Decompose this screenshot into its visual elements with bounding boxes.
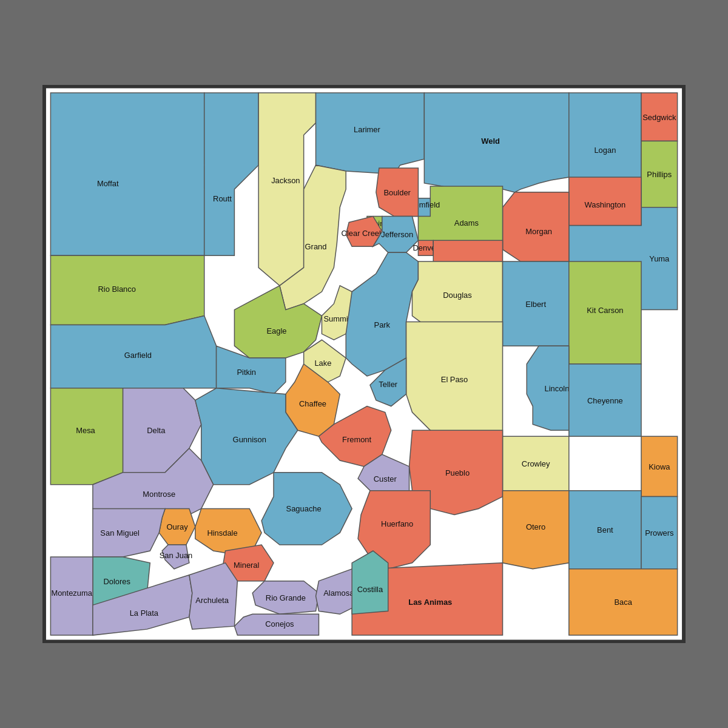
weld-county — [424, 93, 568, 192]
denver-county — [418, 240, 433, 255]
douglas-county — [412, 261, 502, 328]
boulder-county — [376, 168, 419, 216]
colorado-map: Moffat Routt Jackson Larimer Weld Logan … — [42, 85, 686, 643]
otero-county — [503, 491, 569, 569]
archuleta-county — [189, 563, 237, 629]
washington-county — [569, 177, 641, 225]
montezuma-county — [50, 557, 93, 635]
rio-blanco-county — [50, 255, 204, 325]
kiowa-county — [641, 436, 678, 496]
lincoln-county — [527, 346, 569, 430]
mesa-county — [50, 388, 123, 485]
elbert-county — [503, 261, 569, 346]
larimer-county — [316, 93, 425, 174]
conejos-county — [234, 614, 318, 635]
bent-county — [569, 491, 641, 569]
prowers-county — [641, 497, 678, 569]
saguache-county — [261, 473, 352, 545]
costilla-county — [352, 551, 388, 614]
crowley-county — [503, 436, 569, 490]
cheyenne-county — [569, 364, 641, 436]
baca-county — [569, 569, 678, 635]
phillips-county — [641, 141, 678, 207]
garfield-county — [50, 316, 216, 388]
kit-carson-county — [569, 261, 641, 364]
moffat-county — [50, 93, 204, 255]
sedgwick-county — [641, 93, 678, 141]
morgan-county — [503, 192, 569, 261]
